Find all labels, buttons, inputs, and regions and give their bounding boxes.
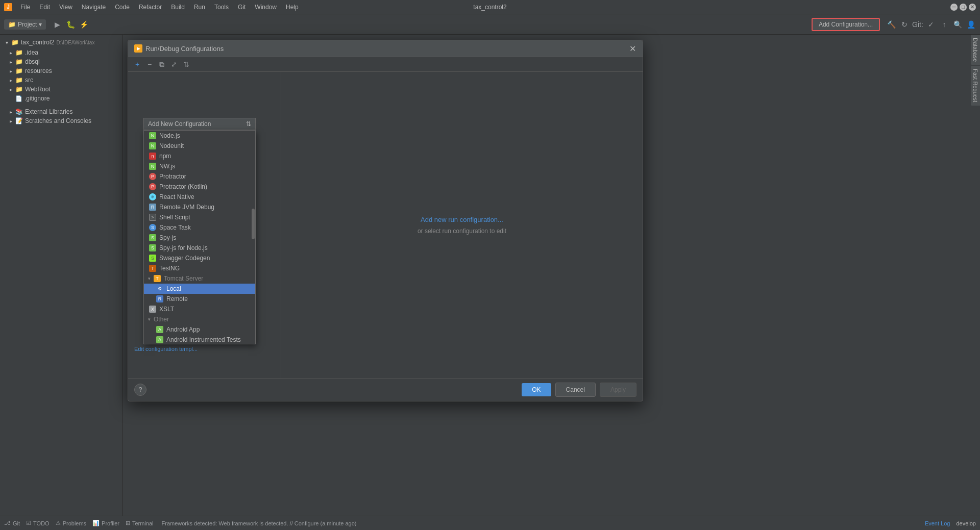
resources-folder-icon: 📁 <box>15 67 23 74</box>
debug-icon[interactable]: 🐛 <box>65 19 76 30</box>
dropdown-item-spyjs-nodejs[interactable]: S Spy-js for Node.js <box>144 243 255 253</box>
sidebar-item-dbsql[interactable]: ▸ 📁 dbsql <box>0 57 122 66</box>
build-icon[interactable]: 🔨 <box>886 19 896 30</box>
menu-help[interactable]: Help <box>282 3 303 12</box>
git-tab[interactable]: ⎇ Git <box>4 520 20 526</box>
config-list-panel: No run configurations added. Add new... … <box>128 72 281 378</box>
copy-config-icon[interactable]: ⧉ <box>157 59 167 69</box>
coverage-icon[interactable]: ⚡ <box>79 19 89 30</box>
profiler-tab[interactable]: 📊 Profiler <box>92 520 119 526</box>
profiler-tab-icon: 📊 <box>92 520 100 526</box>
dropdown-item-remote-jvm[interactable]: R Remote JVM Debug <box>144 202 255 212</box>
problems-tab[interactable]: ⚠ Problems <box>56 520 86 526</box>
terminal-tab[interactable]: ⊞ Terminal <box>126 520 154 526</box>
project-expand-arrow: ▾ <box>4 40 9 45</box>
fast-request-panel-button[interactable]: Fast Request <box>971 66 980 105</box>
git-push-icon[interactable]: ↑ <box>939 19 949 30</box>
help-button[interactable]: ? <box>134 384 146 396</box>
webroot-label: WebRoot <box>25 86 51 93</box>
menu-edit[interactable]: Edit <box>35 3 54 12</box>
other-group-label: Other <box>154 316 169 323</box>
react-native-label: React Native <box>159 193 194 200</box>
menu-window[interactable]: Window <box>251 3 281 12</box>
sidebar-item-src[interactable]: ▸ 📁 src <box>0 75 122 85</box>
react-native-icon: ⚛ <box>149 193 156 200</box>
cancel-button[interactable]: Cancel <box>555 383 596 397</box>
ok-button[interactable]: OK <box>522 383 551 396</box>
dropdown-item-spyjs[interactable]: S Spy-js <box>144 233 255 243</box>
edit-template-link[interactable]: Edit configuration templ... <box>134 345 198 352</box>
menu-navigate[interactable]: Navigate <box>78 3 110 12</box>
maximize-button[interactable]: □ <box>960 4 967 11</box>
user-icon[interactable]: 👤 <box>966 19 976 30</box>
minimize-button[interactable]: ─ <box>950 4 958 11</box>
sidebar-item-gitignore[interactable]: 📄 .gitignore <box>0 94 122 103</box>
dropdown-item-shell-script[interactable]: > Shell Script <box>144 212 255 222</box>
dropdown-item-local[interactable]: ⚙ Local <box>144 284 255 294</box>
dropdown-item-space-task[interactable]: S Space Task <box>144 222 255 233</box>
menu-refactor[interactable]: Refactor <box>135 3 166 12</box>
dropdown-sort-icon: ⇅ <box>246 120 251 128</box>
remove-config-icon[interactable]: − <box>144 59 155 69</box>
sidebar-item-external-libraries[interactable]: ▸ 📚 External Libraries <box>0 107 122 116</box>
dialog-body: No run configurations added. Add new... … <box>128 72 643 378</box>
sidebar-project-header[interactable]: ▾ 📁 tax_control2 D:\IDEAWork\tax <box>0 37 122 48</box>
sidebar-item-resources[interactable]: ▸ 📁 resources <box>0 66 122 75</box>
git-label: Git: <box>913 19 923 30</box>
dropdown-item-react-native[interactable]: ⚛ React Native <box>144 192 255 202</box>
database-panel-button[interactable]: Database <box>971 35 980 65</box>
dialog-footer: ? OK Cancel Apply <box>128 378 643 401</box>
webroot-folder-icon: 📁 <box>15 86 23 93</box>
menu-run[interactable]: Run <box>190 3 209 12</box>
android-tests-icon: A <box>156 336 163 343</box>
dropdown-item-nwjs[interactable]: N NW.js <box>144 161 255 171</box>
search-icon[interactable]: 🔍 <box>952 19 963 30</box>
sidebar-item-scratches[interactable]: ▸ 📝 Scratches and Consoles <box>0 116 122 125</box>
dropdown-item-nodejs[interactable]: N Node.js <box>144 131 255 141</box>
sidebar-item-idea[interactable]: ▸ 📁 .idea <box>0 48 122 57</box>
sync-icon[interactable]: ↻ <box>899 19 910 30</box>
dropdown-item-protractor[interactable]: P Protractor <box>144 171 255 182</box>
dropdown-item-nodeunit[interactable]: N Nodeunit <box>144 141 255 151</box>
dropdown-item-npm[interactable]: n npm <box>144 151 255 161</box>
dbsql-expand-arrow: ▸ <box>8 59 13 65</box>
protractor-kotlin-label: Protractor (Kotlin) <box>159 183 207 190</box>
close-button[interactable]: ✕ <box>969 4 976 11</box>
menu-file[interactable]: File <box>16 3 34 12</box>
add-configuration-button[interactable]: Add Configuration... <box>812 18 880 31</box>
branch-name[interactable]: develop <box>956 520 976 526</box>
add-config-icon[interactable]: + <box>132 59 142 69</box>
menu-build[interactable]: Build <box>167 3 189 12</box>
project-label-text: Project <box>18 21 37 28</box>
project-selector[interactable]: 📁 Project ▾ <box>4 19 46 30</box>
add-new-run-config-link[interactable]: Add new run configuration... <box>421 216 503 223</box>
dialog-title-bar: ▶ Run/Debug Configurations ✕ <box>128 40 643 57</box>
sort-config-icon[interactable]: ⇅ <box>181 59 191 69</box>
todo-tab[interactable]: ☑ TODO <box>26 520 50 526</box>
external-libraries-label: External Libraries <box>25 108 72 115</box>
right-toolbar-icons: 🔨 ↻ Git: ✓ ↑ 🔍 👤 <box>886 19 976 30</box>
apply-button[interactable]: Apply <box>600 383 636 397</box>
menu-view[interactable]: View <box>55 3 77 12</box>
tomcat-group-label: Tomcat Server <box>164 275 203 282</box>
event-log-button[interactable]: Event Log <box>925 520 950 526</box>
dropdown-item-xslt[interactable]: X XSLT <box>144 304 255 314</box>
terminal-tab-icon: ⊞ <box>126 520 130 526</box>
git-check-icon[interactable]: ✓ <box>926 19 936 30</box>
dropdown-list[interactable]: N Node.js N Nodeunit n npm <box>143 130 256 344</box>
dialog-close-button[interactable]: ✕ <box>628 44 636 53</box>
dropdown-item-testng[interactable]: T TestNG <box>144 263 255 273</box>
menu-tools[interactable]: Tools <box>210 3 233 12</box>
dropdown-header[interactable]: Add New Configuration ⇅ <box>143 118 256 130</box>
run-icon[interactable]: ▶ <box>52 19 62 30</box>
menu-code[interactable]: Code <box>111 3 134 12</box>
menu-git[interactable]: Git <box>234 3 250 12</box>
resources-expand-arrow: ▸ <box>8 68 13 74</box>
dropdown-item-android-tests[interactable]: A Android Instrumented Tests <box>144 335 255 344</box>
dropdown-item-remote[interactable]: R Remote <box>144 294 255 304</box>
move-config-icon[interactable]: ⤢ <box>169 59 179 69</box>
dropdown-item-swagger[interactable]: S Swagger Codegen <box>144 253 255 263</box>
dropdown-item-android-app[interactable]: A Android App <box>144 324 255 335</box>
dropdown-item-protractor-kotlin[interactable]: P Protractor (Kotlin) <box>144 182 255 192</box>
sidebar-item-webroot[interactable]: ▸ 📁 WebRoot <box>0 85 122 94</box>
